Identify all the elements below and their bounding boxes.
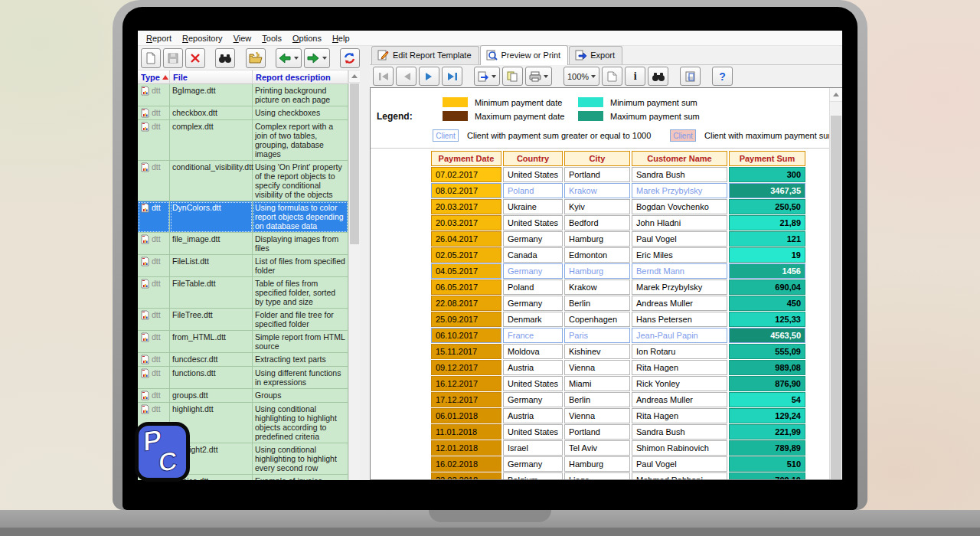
file-row[interactable]: dttconditional_visibility.dttUsing 'On P… <box>138 161 348 201</box>
file-type-cell: dtt <box>138 367 170 389</box>
file-row[interactable]: dttfuncdescr.dttExtracting text parts <box>138 353 348 367</box>
menu-options[interactable]: Options <box>287 32 327 44</box>
save-button[interactable] <box>163 48 183 68</box>
file-description: Using 'On Print' property of the report … <box>253 161 348 201</box>
page-setup-button[interactable] <box>680 67 701 86</box>
city-cell: Paris <box>564 328 630 343</box>
file-name: BgImage.dtt <box>170 84 253 106</box>
tab-edit-report-template[interactable]: Edit Report Template <box>371 46 479 64</box>
find-button[interactable] <box>215 48 235 68</box>
file-description: Using different functions in expressions <box>253 367 348 389</box>
last-page-icon <box>447 72 458 81</box>
new-report-button[interactable] <box>141 48 161 68</box>
previous-page-button[interactable] <box>396 67 416 86</box>
file-description: Complex report with a join of two tables… <box>253 120 348 161</box>
file-type-cell: dtt <box>138 331 170 353</box>
payment-sum-cell: 876,90 <box>729 376 805 391</box>
file-row[interactable]: dttDynColors.dttUsing formulas to color … <box>138 201 348 233</box>
file-type-label: dtt <box>152 203 161 212</box>
menu-report[interactable]: Report <box>141 32 177 44</box>
file-row[interactable]: dttcheckbox.dttUsing checkboxes <box>138 106 348 120</box>
legend-label: Maximum payment sum <box>610 112 700 121</box>
binoculars-icon <box>652 70 665 83</box>
file-type-cell: dtt <box>138 389 170 403</box>
refresh-button[interactable] <box>340 48 360 68</box>
country-cell: France <box>503 328 563 343</box>
back-button[interactable] <box>276 48 302 68</box>
tab-label: Edit Report Template <box>393 51 472 60</box>
menu-view[interactable]: View <box>228 32 257 44</box>
file-row[interactable]: dttfrom_HTML.dttSimple report from HTML … <box>138 331 348 353</box>
info-button[interactable]: i <box>625 67 645 86</box>
export-button[interactable] <box>474 67 500 86</box>
save-icon <box>167 52 179 64</box>
scrollbar-thumb[interactable] <box>831 116 841 479</box>
forward-button[interactable] <box>304 48 330 68</box>
help-button[interactable]: ? <box>712 67 733 86</box>
payment-date-cell: 07.02.2017 <box>431 167 501 182</box>
city-cell: Liege <box>564 472 630 480</box>
country-cell: Germany <box>503 456 563 472</box>
open-folder-button[interactable] <box>246 48 266 68</box>
print-button[interactable] <box>525 67 552 86</box>
first-page-button[interactable] <box>373 67 394 86</box>
export-dropdown-caret[interactable] <box>492 75 496 78</box>
page-view-button[interactable] <box>602 67 622 86</box>
report-column-header: Payment Date <box>431 151 501 166</box>
file-type-cell: dtt <box>138 353 170 367</box>
file-row[interactable]: dttgroups.dttGroups <box>138 389 348 403</box>
forward-dropdown-caret[interactable] <box>322 57 327 60</box>
column-label-description: Report description <box>256 73 331 82</box>
file-row[interactable]: dttfile_image.dttDisplaying images from … <box>138 233 348 255</box>
scroll-up-button[interactable] <box>349 70 360 83</box>
menu-tools[interactable]: Tools <box>256 32 287 44</box>
file-row[interactable]: dttcomplex.dttComplex report with a join… <box>138 120 348 161</box>
report-column-header: Payment Sum <box>729 151 805 166</box>
panel-splitter[interactable] <box>360 46 370 480</box>
copy-button[interactable] <box>502 67 523 86</box>
print-dropdown-caret[interactable] <box>544 75 548 78</box>
file-row[interactable]: dttfunctions.dttUsing different function… <box>138 367 348 389</box>
preview-scrollbar[interactable] <box>829 88 842 479</box>
zoom-select[interactable]: 100% <box>564 67 599 86</box>
customer-name-cell: Paul Vogel <box>632 231 727 247</box>
city-cell: Kyiv <box>564 199 630 214</box>
file-row[interactable]: dttBgImage.dttPrinting background pictur… <box>138 84 348 106</box>
legend-swatch-min-sum <box>578 97 603 107</box>
menu-repository[interactable]: Repository <box>177 32 228 44</box>
payment-sum-cell: 129,24 <box>729 408 805 423</box>
file-type-label: dtt <box>152 310 161 319</box>
tab-export[interactable]: Export <box>569 46 622 64</box>
column-header-file[interactable]: File <box>170 70 253 83</box>
country-cell: United States <box>503 215 563 230</box>
scrollbar-thumb[interactable] <box>350 83 359 244</box>
payment-date-cell: 08.02.2017 <box>431 183 501 198</box>
file-description: Folder and file tree for specified folde… <box>253 309 348 331</box>
zoom-dropdown-caret <box>591 75 596 78</box>
file-type-label: dtt <box>152 257 161 266</box>
file-row[interactable]: dttFileTree.dttFolder and file tree for … <box>138 309 348 331</box>
file-name: funcdescr.dtt <box>170 353 253 367</box>
file-row[interactable]: dttFileList.dttList of files from specif… <box>138 255 348 277</box>
column-header-type[interactable]: Type <box>138 70 170 83</box>
scroll-up-button[interactable] <box>830 88 842 102</box>
customer-name-cell: Berndt Mann <box>632 263 727 279</box>
menu-help[interactable]: Help <box>327 32 355 44</box>
back-dropdown-caret[interactable] <box>294 57 299 60</box>
tab-preview-or-print[interactable]: Preview or Print <box>480 45 569 65</box>
delete-button[interactable] <box>185 48 205 68</box>
file-name: FileList.dtt <box>170 255 253 277</box>
file-type-label: dtt <box>152 404 161 413</box>
binoculars-icon <box>218 52 232 64</box>
svg-text:C: C <box>158 446 178 477</box>
next-page-button[interactable] <box>419 67 439 86</box>
customer-name-cell: Ion Rotaru <box>632 344 727 359</box>
sort-ascending-icon <box>162 75 168 80</box>
file-row[interactable]: dttFileTable.dttTable of files from spec… <box>138 277 348 309</box>
column-header-description[interactable]: Report description <box>253 70 348 83</box>
file-list-scrollbar[interactable] <box>348 70 360 480</box>
file-type-label: dtt <box>152 279 161 288</box>
city-cell: Hamburg <box>564 456 630 472</box>
preview-find-button[interactable] <box>648 67 668 86</box>
last-page-button[interactable] <box>442 67 462 86</box>
